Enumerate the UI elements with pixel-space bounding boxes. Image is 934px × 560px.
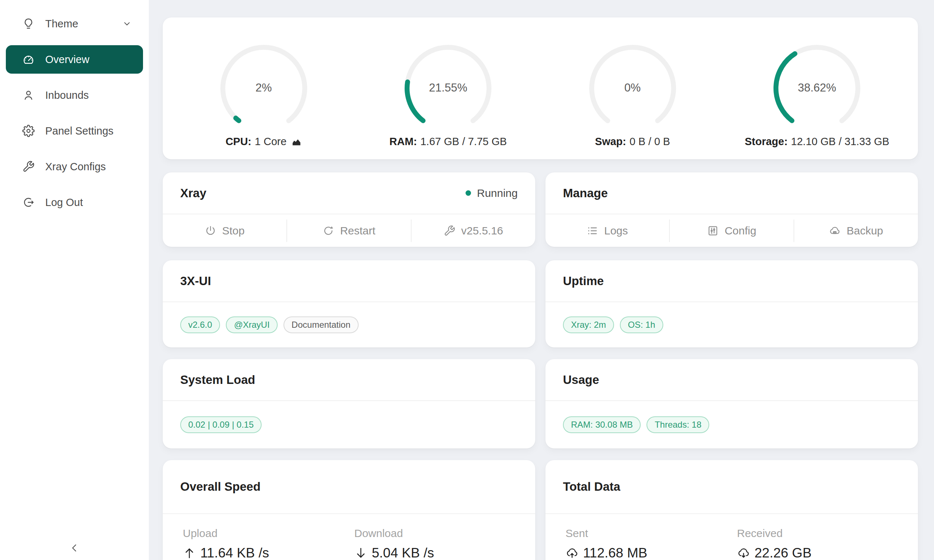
manage-card-title: Manage xyxy=(563,186,608,200)
sidebar-item-panel-settings[interactable]: Panel Settings xyxy=(6,117,143,145)
sidebar-item-theme[interactable]: Theme xyxy=(6,9,143,38)
stop-button[interactable]: Stop xyxy=(163,225,287,237)
received-metric: Received 22.26 GB xyxy=(737,527,900,560)
system-load-card: System Load 0.02 | 0.09 | 0.15 xyxy=(163,359,535,448)
uptime-card-title: Uptime xyxy=(563,274,604,288)
arrow-up-icon xyxy=(183,546,196,560)
system-load-title: System Load xyxy=(180,373,255,387)
sidebar-collapse-button[interactable] xyxy=(68,542,81,554)
sidebar: Theme Overview Inbounds Panel Settings xyxy=(0,0,149,560)
documentation-tag[interactable]: Documentation xyxy=(284,317,358,333)
bulb-icon xyxy=(22,17,35,30)
sidebar-item-xray-configs[interactable]: Xray Configs xyxy=(6,152,143,181)
sidebar-item-label: Theme xyxy=(45,18,78,30)
sidebar-item-inbounds[interactable]: Inbounds xyxy=(6,81,143,109)
swap-gauge-value: 0% xyxy=(588,81,677,94)
usage-card-title: Usage xyxy=(563,373,599,387)
swap-gauge: 0% Swap: 0 B / 0 B xyxy=(540,44,725,159)
chevron-left-icon xyxy=(68,542,81,554)
dashboard-icon xyxy=(22,53,35,66)
xui-card-title: 3X-UI xyxy=(180,274,211,288)
cloud-server-icon xyxy=(829,225,841,237)
total-data-card: Total Data Sent 112.68 MB Received xyxy=(546,460,918,560)
uptime-card: Uptime Xray: 2m OS: 1h xyxy=(546,260,918,348)
manage-card: Manage Logs Config xyxy=(546,172,918,247)
xrayui-tag[interactable]: @XrayUI xyxy=(226,317,277,333)
sidebar-item-label: Panel Settings xyxy=(45,125,114,137)
version-tag[interactable]: v2.6.0 xyxy=(180,317,220,333)
cpu-gauge-value: 2% xyxy=(219,81,308,94)
chevron-down-icon xyxy=(122,18,132,29)
reload-icon xyxy=(322,225,334,237)
usage-card: Usage RAM: 30.08 MB Threads: 18 xyxy=(546,359,918,448)
overall-speed-card: Overall Speed Upload 11.64 KB /s Downloa… xyxy=(163,460,535,560)
overall-speed-title: Overall Speed xyxy=(180,480,260,494)
sidebar-item-label: Overview xyxy=(45,54,89,66)
storage-gauge-label: Storage: 12.10 GB / 31.33 GB xyxy=(744,135,889,148)
list-icon xyxy=(587,225,598,237)
user-icon xyxy=(22,89,35,102)
xray-card: Xray Running Stop Res xyxy=(163,172,535,247)
cpu-gauge-label: CPU: 1 Core xyxy=(225,135,302,148)
download-metric: Download 5.04 KB /s xyxy=(354,527,518,560)
sidebar-nav: Theme Overview Inbounds Panel Settings xyxy=(6,9,143,217)
sidebar-item-label: Inbounds xyxy=(45,89,89,102)
total-data-title: Total Data xyxy=(563,480,620,494)
status-text: Running xyxy=(477,187,518,199)
ram-gauge: 21.55% RAM: 1.67 GB / 7.75 GB xyxy=(356,44,541,159)
sidebar-item-log-out[interactable]: Log Out xyxy=(6,188,143,217)
ram-usage-tag: RAM: 30.08 MB xyxy=(563,416,641,433)
upload-metric: Upload 11.64 KB /s xyxy=(183,527,354,560)
xray-version-button[interactable]: v25.5.16 xyxy=(412,225,535,237)
config-button[interactable]: Config xyxy=(670,225,794,237)
gear-icon xyxy=(22,124,35,137)
cpu-gauge: 2% CPU: 1 Core xyxy=(171,44,356,159)
threads-tag: Threads: 18 xyxy=(646,416,709,433)
os-uptime-tag: OS: 1h xyxy=(620,317,663,333)
xray-card-title: Xray xyxy=(180,186,207,200)
sliders-icon xyxy=(707,225,719,237)
wrench-icon xyxy=(444,225,455,237)
system-stats-card: 2% CPU: 1 Core 21.55% RAM: 1.67 GB / 7. xyxy=(163,17,918,159)
swap-gauge-label: Swap: 0 B / 0 B xyxy=(595,135,670,148)
sidebar-item-overview[interactable]: Overview xyxy=(6,45,143,74)
storage-gauge: 38.62% Storage: 12.10 GB / 31.33 GB xyxy=(725,44,909,159)
load-average-tag: 0.02 | 0.09 | 0.15 xyxy=(180,416,262,433)
arrow-down-icon xyxy=(354,546,367,560)
ram-gauge-value: 21.55% xyxy=(404,81,493,94)
logs-button[interactable]: Logs xyxy=(546,225,669,237)
cloud-upload-icon xyxy=(566,546,579,560)
xray-status: Running xyxy=(465,187,518,199)
restart-button[interactable]: Restart xyxy=(287,225,411,237)
sent-metric: Sent 112.68 MB xyxy=(566,527,737,560)
sidebar-item-label: Log Out xyxy=(45,197,83,209)
logout-icon xyxy=(22,196,35,209)
backup-button[interactable]: Backup xyxy=(794,225,918,237)
sidebar-item-label: Xray Configs xyxy=(45,161,106,173)
xray-uptime-tag: Xray: 2m xyxy=(563,317,614,333)
cloud-download-icon xyxy=(737,546,750,560)
status-dot xyxy=(465,190,471,196)
wrench-icon xyxy=(22,160,35,173)
ram-gauge-label: RAM: 1.67 GB / 7.75 GB xyxy=(389,135,507,148)
area-chart-icon[interactable] xyxy=(291,136,302,147)
power-icon xyxy=(205,225,216,237)
xui-card: 3X-UI v2.6.0 @XrayUI Documentation xyxy=(163,260,535,348)
main-content: 2% CPU: 1 Core 21.55% RAM: 1.67 GB / 7. xyxy=(149,0,934,560)
storage-gauge-value: 38.62% xyxy=(772,81,862,94)
